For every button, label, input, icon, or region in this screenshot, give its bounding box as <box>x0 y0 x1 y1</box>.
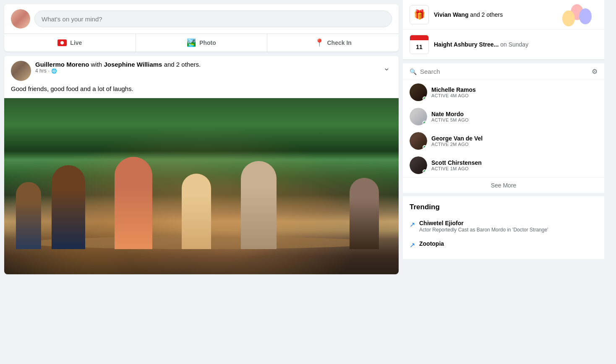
post-with-text: with <box>91 61 102 68</box>
friend-name-scott: Scott Chirstensen <box>431 159 598 166</box>
post-text: Good friends, good food and a lot of lau… <box>4 81 399 98</box>
trending-item-zootopia[interactable]: ↗ Zootopia <box>410 237 598 252</box>
balloon-2 <box>579 8 592 24</box>
gift-emoji: 🎁 <box>414 9 425 20</box>
active-indicator-michelle <box>423 96 427 101</box>
active-indicator-scott <box>423 169 427 174</box>
friend-name-nate: Nate Mordo <box>431 111 598 117</box>
calendar-number: 11 <box>410 40 428 54</box>
friend-avatar-scott <box>410 156 427 174</box>
friend-name-george: George Van de Vel <box>431 135 598 142</box>
trending-title: Trending <box>410 203 598 211</box>
active-indicator-george <box>423 145 427 149</box>
post-author-name: Guillermo Moreno with Josephine Williams… <box>35 61 201 68</box>
notifications-area: 🎁 Vivian Wang and 2 others 11 Haight Ash… <box>403 0 604 60</box>
trending-arrow-chiwetel: ↗ <box>410 221 415 229</box>
friends-section: 🔍 ⚙ Michelle Ramos ACTIVE 4M AGO Nate Mo… <box>403 63 604 193</box>
trending-text-zootopia: Zootopia <box>419 240 598 247</box>
event-day: on Sunday <box>499 41 528 48</box>
post-header: Guillermo Moreno with Josephine Williams… <box>4 56 399 81</box>
friend-avatar-michelle <box>410 83 427 101</box>
post-card: Guillermo Moreno with Josephine Williams… <box>4 56 399 274</box>
post-others-text: and 2 others. <box>164 61 201 68</box>
friend-item-scott[interactable]: Scott Chirstensen ACTIVE 1M AGO <box>403 153 604 177</box>
balloon-3 <box>562 10 575 26</box>
photo-label: Photo <box>199 39 216 46</box>
friend-item-george[interactable]: George Van de Vel ACTIVE 2M AGO <box>403 129 604 153</box>
friend-info-george: George Van de Vel ACTIVE 2M AGO <box>431 135 598 147</box>
gear-icon[interactable]: ⚙ <box>592 68 598 75</box>
post-timestamp: 4 hrs · 🌐 <box>35 68 201 74</box>
friend-avatar-nate <box>410 108 427 125</box>
person-silhouette-5 <box>241 161 277 249</box>
composer-avatar <box>11 9 30 29</box>
friends-search-input[interactable] <box>420 68 588 75</box>
right-sidebar: 🎁 Vivian Wang and 2 others 11 Haight Ash… <box>403 0 604 364</box>
event-name[interactable]: Haight Ashbury Stree... <box>434 41 499 48</box>
birthday-others-text: and 2 others <box>468 11 503 18</box>
trending-name-zootopia: Zootopia <box>419 240 598 247</box>
live-label: Live <box>70 39 82 46</box>
person-silhouette-3 <box>115 157 152 249</box>
friend-name-michelle: Michelle Ramos <box>431 86 598 93</box>
friend-info-scott: Scott Chirstensen ACTIVE 1M AGO <box>431 159 598 171</box>
post-meta: Guillermo Moreno with Josephine Williams… <box>35 61 201 81</box>
trending-name-chiwetel: Chiwetel Ejiofor <box>419 220 598 226</box>
checkin-button[interactable]: 📍 Check In <box>267 34 399 52</box>
friend-status-scott: ACTIVE 1M AGO <box>431 166 598 171</box>
gift-icon: 🎁 <box>410 5 429 24</box>
composer-actions: Live 🏞️ Photo 📍 Check In <box>4 34 399 52</box>
post-author-first[interactable]: Guillermo Moreno <box>35 61 89 68</box>
post-separator: · <box>48 68 50 74</box>
friend-status-michelle: ACTIVE 4M AGO <box>431 93 598 98</box>
event-notification-text: Haight Ashbury Stree... on Sunday <box>434 41 528 48</box>
friend-info-nate: Nate Mordo ACTIVE 5M AGO <box>431 111 598 122</box>
people-scene <box>4 157 399 274</box>
trending-desc-chiwetel: Actor Reportedly Cast as Baron Mordo in … <box>419 226 598 234</box>
person-silhouette-2 <box>52 165 85 249</box>
live-icon <box>57 39 67 46</box>
friend-status-george: ACTIVE 2M AGO <box>431 142 598 147</box>
see-more-button[interactable]: See More <box>403 177 604 193</box>
person-silhouette-4 <box>182 174 211 249</box>
photo-button[interactable]: 🏞️ Photo <box>136 34 268 52</box>
post-tagged-person[interactable]: Josephine Williams <box>104 61 162 68</box>
post-options-chevron[interactable]: ⌄ <box>381 61 392 74</box>
birthday-notification-text: Vivian Wang and 2 others <box>434 11 503 18</box>
friend-info-michelle: Michelle Ramos ACTIVE 4M AGO <box>431 86 598 98</box>
calendar-top <box>410 35 428 40</box>
live-button[interactable]: Live <box>4 34 136 52</box>
active-indicator-nate <box>423 121 427 125</box>
main-feed: Live 🏞️ Photo 📍 Check In Guillermo Moren… <box>0 0 403 364</box>
post-time: 4 hrs <box>35 68 47 74</box>
friends-search-bar: 🔍 ⚙ <box>403 63 604 80</box>
trending-arrow-zootopia: ↗ <box>410 241 415 249</box>
composer-avatar-image <box>11 9 30 29</box>
composer-top <box>4 4 399 34</box>
trending-text-chiwetel: Chiwetel Ejiofor Actor Reportedly Cast a… <box>419 220 598 234</box>
search-icon: 🔍 <box>410 68 417 75</box>
calendar-icon: 11 <box>410 35 429 54</box>
friend-status-nate: ACTIVE 5M AGO <box>431 117 598 122</box>
post-image <box>4 98 399 274</box>
composer-card: Live 🏞️ Photo 📍 Check In <box>4 4 399 52</box>
photo-icon: 🏞️ <box>187 38 196 47</box>
trending-item-chiwetel[interactable]: ↗ Chiwetel Ejiofor Actor Reportedly Cast… <box>410 216 598 237</box>
friend-item-nate[interactable]: Nate Mordo ACTIVE 5M AGO <box>403 104 604 129</box>
friend-avatar-george <box>410 132 427 150</box>
checkin-label: Check In <box>327 39 352 46</box>
checkin-icon: 📍 <box>315 38 324 47</box>
person-silhouette-6 <box>350 178 379 249</box>
composer-input[interactable] <box>34 10 392 27</box>
post-avatar-image <box>11 61 31 81</box>
post-author-info: Guillermo Moreno with Josephine Williams… <box>11 61 201 81</box>
person-silhouette-1 <box>16 182 41 249</box>
birthday-person-name[interactable]: Vivian Wang <box>434 11 468 18</box>
globe-icon: 🌐 <box>51 68 57 74</box>
trending-section: Trending ↗ Chiwetel Ejiofor Actor Report… <box>403 196 604 259</box>
friend-item-michelle[interactable]: Michelle Ramos ACTIVE 4M AGO <box>403 80 604 104</box>
balloon-decoration <box>558 2 596 36</box>
post-avatar <box>11 61 31 81</box>
